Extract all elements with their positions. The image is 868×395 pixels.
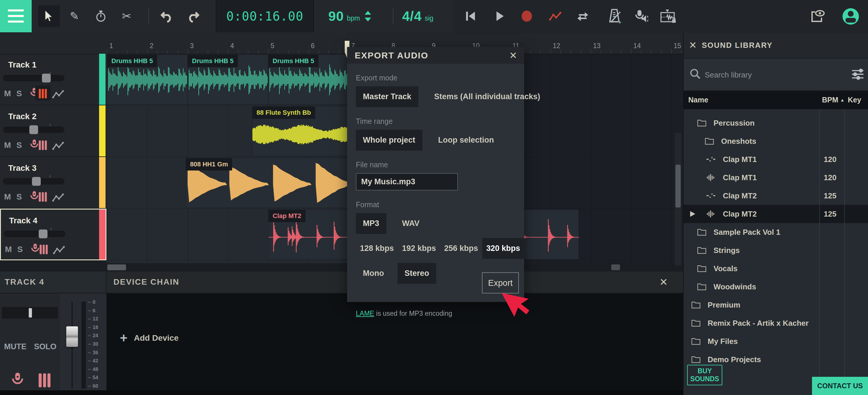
- track-mute-button[interactable]: M: [5, 245, 12, 254]
- format-wav-option[interactable]: WAV: [395, 213, 427, 234]
- loop-button[interactable]: [571, 0, 594, 32]
- bitrate-320-option[interactable]: 320 kbps: [482, 238, 524, 259]
- library-row[interactable]: Premium: [684, 296, 868, 314]
- track-volume-slider[interactable]: [3, 75, 64, 81]
- column-key[interactable]: Key: [848, 96, 861, 104]
- cursor-tool-button[interactable]: [38, 0, 60, 32]
- pan-thumb[interactable]: [29, 308, 32, 317]
- record-arm-button[interactable]: [10, 372, 25, 389]
- filter-icon[interactable]: [851, 67, 865, 82]
- time-display-panel[interactable]: 0:00:16.00: [216, 0, 314, 32]
- library-row[interactable]: Woodwinds: [684, 278, 868, 296]
- bpm-control[interactable]: 90 bpm: [328, 0, 371, 32]
- library-row[interactable]: Sample Pack Vol 1: [684, 223, 868, 241]
- track-mute-button[interactable]: M: [4, 192, 11, 202]
- hamburger-menu-button[interactable]: [0, 0, 32, 32]
- volume-fader-knob[interactable]: [66, 326, 78, 347]
- channel-mono-option[interactable]: Mono: [356, 263, 391, 284]
- instrument-button[interactable]: [38, 373, 51, 389]
- bitrate-192-option[interactable]: 192 kbps: [398, 238, 440, 259]
- volume-thumb[interactable]: [42, 74, 51, 82]
- mic-icon[interactable]: [29, 191, 39, 203]
- buy-sounds-button[interactable]: BUY SOUNDS: [687, 365, 722, 385]
- device-chain-close-icon[interactable]: ✕: [659, 276, 668, 288]
- library-row[interactable]: Clap MT1120: [684, 168, 868, 187]
- library-row[interactable]: [684, 109, 868, 114]
- account-avatar[interactable]: [842, 8, 859, 25]
- solo-button[interactable]: SOLO: [34, 342, 57, 351]
- automation-icon[interactable]: [52, 193, 64, 203]
- library-row[interactable]: Percussion: [684, 114, 868, 132]
- mode-stems-option[interactable]: Stems (All individual tracks): [427, 86, 547, 107]
- bpm-stepper[interactable]: [365, 11, 371, 22]
- range-loop-selection-option[interactable]: Loop selection: [431, 130, 501, 150]
- pencil-tool-button[interactable]: ✎: [64, 0, 85, 32]
- bpm-increase-icon[interactable]: [365, 11, 371, 15]
- track-mute-button[interactable]: M: [4, 89, 11, 98]
- track-row[interactable]: Track 4MS: [0, 209, 106, 260]
- range-whole-project-option[interactable]: Whole project: [356, 130, 423, 150]
- mute-button[interactable]: MUTE: [4, 342, 27, 351]
- automation-icon[interactable]: [53, 245, 65, 256]
- audio-clip[interactable]: Drums HHB 5: [188, 55, 268, 105]
- channel-stereo-option[interactable]: Stereo: [398, 263, 436, 284]
- file-name-input[interactable]: [356, 173, 458, 191]
- play-button[interactable]: [489, 0, 511, 32]
- library-row[interactable]: My Files: [684, 332, 868, 350]
- play-icon[interactable]: [689, 210, 701, 218]
- add-device-button[interactable]: + Add Device: [120, 333, 179, 343]
- track-solo-button[interactable]: S: [17, 245, 23, 254]
- contact-us-button[interactable]: CONTACT US: [812, 377, 868, 395]
- column-name[interactable]: Name: [688, 96, 708, 104]
- metronome-button[interactable]: [603, 0, 626, 32]
- library-row[interactable]: Clap MT2125: [684, 187, 868, 205]
- automation-icon[interactable]: [52, 89, 64, 100]
- track-volume-slider[interactable]: [3, 178, 64, 185]
- automation-button[interactable]: [544, 0, 566, 32]
- track-row[interactable]: Track 2MS: [0, 105, 106, 157]
- volume-thumb[interactable]: [32, 177, 41, 186]
- signature-value[interactable]: 4/4: [402, 8, 422, 24]
- timer-tool-button[interactable]: [90, 0, 112, 32]
- library-row[interactable]: Oneshots: [684, 132, 868, 150]
- library-column-header[interactable]: Name BPM ▲ Key: [684, 91, 868, 109]
- piano-icon[interactable]: [38, 88, 47, 100]
- timeline-vertical-scrollbar[interactable]: [675, 133, 681, 265]
- snap-settings-button[interactable]: [657, 0, 679, 32]
- library-row[interactable]: Remix Pack - Artik x Kacher: [684, 314, 868, 332]
- skip-to-start-button[interactable]: [459, 0, 482, 32]
- mic-icon[interactable]: [30, 243, 40, 256]
- volume-thumb[interactable]: [39, 229, 48, 238]
- library-close-icon[interactable]: ✕: [689, 39, 697, 51]
- volume-thumb[interactable]: [29, 125, 38, 134]
- v-scroll-thumb[interactable]: [675, 165, 681, 207]
- track-solo-button[interactable]: S: [17, 141, 22, 150]
- bitrate-256-option[interactable]: 256 kbps: [440, 238, 482, 259]
- bpm-decrease-icon[interactable]: [365, 18, 371, 22]
- publish-button[interactable]: [806, 0, 829, 32]
- track-solo-button[interactable]: S: [17, 89, 22, 98]
- redo-button[interactable]: [182, 0, 204, 32]
- search-input[interactable]: [704, 67, 834, 82]
- dialog-close-icon[interactable]: ✕: [509, 50, 517, 61]
- format-mp3-option[interactable]: MP3: [356, 213, 386, 234]
- track-solo-button[interactable]: S: [17, 192, 22, 202]
- library-row[interactable]: Strings: [684, 241, 868, 259]
- lame-link[interactable]: LAME: [356, 310, 374, 317]
- cut-tool-button[interactable]: ✂: [116, 0, 137, 32]
- track-row[interactable]: Track 3MS: [0, 157, 106, 209]
- audio-clip[interactable]: Drums HHB 5: [107, 55, 188, 105]
- mic-icon[interactable]: [29, 139, 39, 152]
- h-scroll-thumb-2[interactable]: [611, 264, 620, 270]
- library-row[interactable]: Vocals: [684, 259, 868, 278]
- undo-button[interactable]: [157, 0, 178, 32]
- input-monitoring-button[interactable]: [629, 0, 652, 32]
- bitrate-128-option[interactable]: 128 kbps: [356, 238, 398, 259]
- piano-icon[interactable]: [38, 192, 47, 203]
- piano-icon[interactable]: [38, 140, 47, 152]
- record-button[interactable]: [516, 0, 538, 32]
- time-signature-control[interactable]: 4/4 sig: [402, 0, 433, 32]
- h-scroll-thumb[interactable]: [107, 264, 126, 270]
- track-volume-slider[interactable]: [3, 126, 64, 133]
- column-bpm[interactable]: BPM: [822, 96, 838, 104]
